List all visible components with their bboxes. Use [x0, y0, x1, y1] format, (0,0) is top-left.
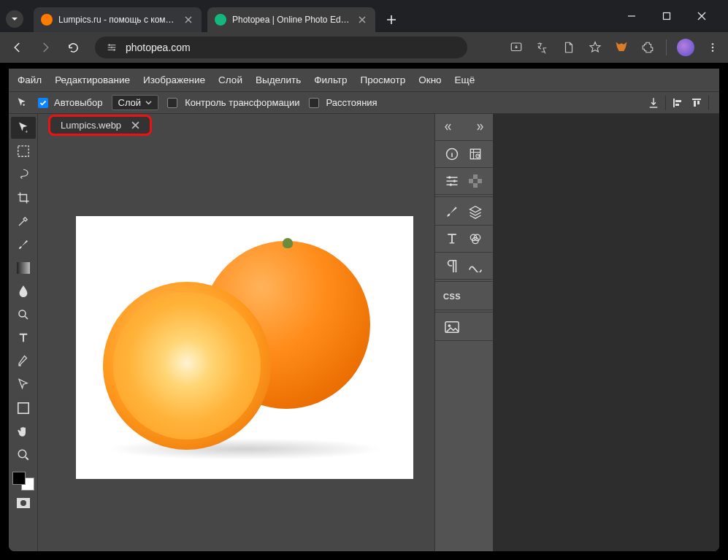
info-panel-icon[interactable] — [442, 145, 461, 163]
svg-rect-12 — [18, 146, 28, 156]
quick-mask-tool[interactable] — [11, 492, 36, 514]
autoselect-checkbox[interactable]: Автовыбор — [38, 97, 103, 108]
download-icon[interactable] — [646, 96, 661, 110]
browser-tabstrip: Lumpics.ru - помощь с компью Photopea | … — [0, 0, 728, 32]
collapse-right-icon[interactable] — [471, 118, 486, 136]
gradient-tool[interactable] — [11, 257, 36, 279]
minimize-button[interactable] — [621, 6, 642, 26]
close-icon[interactable] — [131, 121, 139, 129]
css-panel-icon[interactable]: CSS — [442, 288, 461, 305]
download-icon[interactable] — [561, 39, 577, 55]
svg-rect-6 — [675, 100, 681, 102]
menu-more[interactable]: Ещё — [455, 74, 475, 85]
address-bar[interactable]: photopea.com — [95, 37, 467, 58]
forward-button[interactable] — [35, 37, 55, 58]
align-top-icon[interactable] — [689, 96, 704, 110]
svg-rect-30 — [478, 183, 482, 188]
maximize-button[interactable] — [656, 6, 677, 26]
browser-toolbar: photopea.com — [0, 32, 728, 63]
svg-rect-15 — [18, 403, 28, 413]
layers-panel-icon[interactable] — [466, 203, 485, 220]
tab-title: Lumpics.ru - помощь с компью — [58, 15, 177, 25]
zoom-tool[interactable] — [11, 444, 36, 466]
lasso-tool[interactable] — [11, 164, 36, 185]
autoselect-label: Автовыбор — [54, 97, 103, 108]
svg-point-14 — [19, 310, 26, 317]
dodge-tool[interactable] — [11, 304, 36, 326]
menu-filter[interactable]: Фильтр — [314, 74, 347, 85]
eyedropper-tool[interactable] — [11, 210, 36, 232]
browser-tab[interactable]: Lumpics.ru - помощь с компью — [34, 7, 202, 32]
photopea-app: Файл Редактирование Изображение Слой Выд… — [9, 69, 719, 551]
menu-select[interactable]: Выделить — [256, 74, 301, 85]
menu-file[interactable]: Файл — [18, 74, 42, 85]
channels-panel-icon[interactable] — [466, 230, 485, 248]
svg-rect-8 — [692, 99, 701, 100]
svg-rect-10 — [697, 101, 700, 104]
collapse-left-icon[interactable] — [442, 118, 458, 136]
right-sidebar-dark — [493, 114, 719, 551]
distances-checkbox[interactable]: Расстояния — [309, 97, 378, 108]
brush-panel-icon[interactable] — [442, 203, 461, 220]
svg-rect-27 — [478, 174, 482, 179]
history-panel-icon[interactable] — [466, 145, 485, 163]
browser-menu-icon[interactable] — [705, 39, 721, 55]
svg-point-24 — [450, 183, 452, 185]
layer-target-dropdown[interactable]: Слой — [112, 95, 159, 110]
text-tool[interactable] — [11, 327, 36, 349]
bookmark-icon[interactable] — [587, 39, 603, 55]
brush-tool[interactable] — [11, 234, 36, 256]
path-select-tool[interactable] — [11, 374, 36, 396]
svg-text:+: + — [25, 129, 28, 134]
menu-view[interactable]: Просмотр — [361, 74, 406, 85]
crop-tool[interactable] — [11, 187, 36, 209]
extension-fox-icon[interactable] — [613, 39, 629, 55]
profile-avatar[interactable] — [677, 39, 694, 56]
svg-rect-9 — [694, 101, 696, 107]
favicon-icon — [41, 14, 53, 26]
new-tab-button[interactable] — [381, 9, 402, 30]
translate-icon[interactable] — [534, 39, 551, 55]
checkbox-empty-icon — [167, 98, 177, 108]
menu-layer[interactable]: Слой — [218, 74, 242, 85]
distances-label: Расстояния — [326, 97, 378, 108]
adjustments-panel-icon[interactable] — [442, 172, 461, 190]
swatches-panel-icon[interactable] — [466, 172, 485, 190]
document-tab-name: Lumpics.webp — [61, 120, 121, 131]
tab-search-button[interactable] — [6, 10, 23, 28]
blur-tool[interactable] — [11, 280, 36, 302]
options-bar: Автовыбор Слой Контроль трансформации Ра… — [9, 92, 719, 114]
install-app-icon[interactable] — [508, 39, 524, 55]
document-tab[interactable]: Lumpics.webp — [48, 115, 152, 136]
paths-panel-icon[interactable] — [466, 257, 485, 275]
align-left-icon[interactable] — [670, 96, 685, 110]
marquee-tool[interactable] — [11, 140, 36, 162]
paragraph-panel-icon[interactable] — [442, 257, 461, 275]
browser-tab[interactable]: Photopea | Online Photo Editor — [207, 7, 375, 32]
move-tool[interactable]: + — [11, 117, 36, 139]
menu-image[interactable]: Изображение — [143, 74, 205, 85]
shape-tool[interactable] — [11, 397, 36, 419]
canvas-area: Lumpics.webp — [38, 114, 434, 551]
menu-window[interactable]: Окно — [418, 74, 441, 85]
close-icon[interactable] — [356, 14, 368, 26]
reload-button[interactable] — [63, 37, 83, 58]
site-settings-icon[interactable] — [105, 41, 118, 54]
color-swatch[interactable] — [12, 472, 34, 491]
close-button[interactable] — [691, 6, 712, 26]
extensions-icon[interactable] — [640, 39, 656, 55]
close-icon[interactable] — [183, 14, 194, 26]
svg-rect-13 — [17, 262, 30, 274]
menu-edit[interactable]: Редактирование — [55, 74, 130, 85]
tab-title: Photopea | Online Photo Editor — [232, 15, 350, 25]
back-button[interactable] — [7, 37, 28, 58]
canvas-image — [99, 231, 391, 464]
character-panel-icon[interactable] — [442, 230, 461, 248]
app-menubar: Файл Редактирование Изображение Слой Выд… — [9, 69, 719, 92]
pen-tool[interactable] — [11, 350, 36, 372]
svg-point-18 — [20, 500, 26, 506]
canvas[interactable] — [76, 216, 413, 479]
hand-tool[interactable] — [11, 421, 36, 442]
transform-controls-checkbox[interactable]: Контроль трансформации — [167, 97, 299, 108]
image-panel-icon[interactable] — [442, 318, 461, 336]
